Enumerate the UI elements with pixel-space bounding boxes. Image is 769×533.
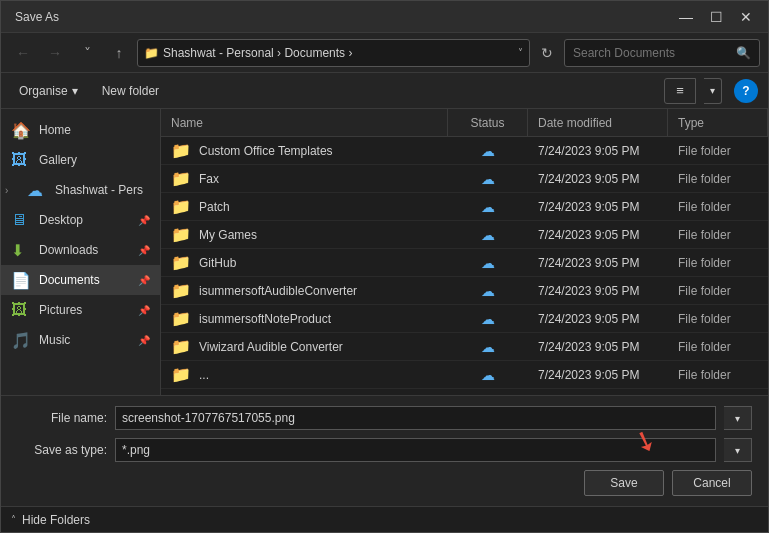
sidebar-item-home[interactable]: 🏠 Home xyxy=(1,115,160,145)
table-row[interactable]: 📁 isummersoftAudibleConverter ☁ 7/24/202… xyxy=(161,277,768,305)
file-list-scroll[interactable]: 📁 Custom Office Templates ☁ 7/24/2023 9:… xyxy=(161,137,768,395)
folder-icon: 📁 xyxy=(171,141,191,160)
cloud-sync-icon: ☁ xyxy=(481,171,495,187)
col-header-name[interactable]: Name xyxy=(161,109,448,136)
file-cell-status: ☁ xyxy=(448,171,528,187)
file-list-header: Name Status Date modified Type xyxy=(161,109,768,137)
sidebar: 🏠 Home 🖼 Gallery › ☁ Shashwat - Pers 🖥 D… xyxy=(1,109,161,395)
title-bar: Save As — ☐ ✕ xyxy=(1,1,768,33)
cloud-sync-icon: ☁ xyxy=(481,143,495,159)
sidebar-item-shashwat[interactable]: › ☁ Shashwat - Pers xyxy=(1,175,160,205)
search-box[interactable]: 🔍 xyxy=(564,39,760,67)
sidebar-item-documents[interactable]: 📄 Documents 📌 xyxy=(1,265,160,295)
file-cell-date: 7/24/2023 9:05 PM xyxy=(528,144,668,158)
view-dropdown-button[interactable]: ▾ xyxy=(704,78,722,104)
file-name-dropdown-button[interactable]: ▾ xyxy=(724,406,752,430)
file-cell-type: File folder xyxy=(668,172,768,186)
table-row[interactable]: 📁 Fax ☁ 7/24/2023 9:05 PM File folder xyxy=(161,165,768,193)
save-button[interactable]: Save xyxy=(584,470,664,496)
forward-button[interactable]: → xyxy=(41,39,69,67)
close-button[interactable]: ✕ xyxy=(732,7,760,27)
file-cell-type: File folder xyxy=(668,340,768,354)
help-button[interactable]: ? xyxy=(734,79,758,103)
file-name-input[interactable] xyxy=(115,406,716,430)
sidebar-item-music[interactable]: 🎵 Music 📌 xyxy=(1,325,160,355)
file-cell-name: 📁 My Games xyxy=(161,225,448,244)
cancel-button[interactable]: Cancel xyxy=(672,470,752,496)
pin-icon-music: 📌 xyxy=(138,335,150,346)
sidebar-item-home-label: Home xyxy=(39,123,71,137)
folder-icon: 📁 xyxy=(171,225,191,244)
table-row[interactable]: 📁 Custom Office Templates ☁ 7/24/2023 9:… xyxy=(161,137,768,165)
sidebar-item-music-label: Music xyxy=(39,333,70,347)
sidebar-item-desktop[interactable]: 🖥 Desktop 📌 xyxy=(1,205,160,235)
cloud-sync-icon: ☁ xyxy=(481,199,495,215)
view-button[interactable]: ≡ xyxy=(664,78,696,104)
sidebar-item-pictures[interactable]: 🖼 Pictures 📌 xyxy=(1,295,160,325)
back-button[interactable]: ← xyxy=(9,39,37,67)
cloud-sync-icon: ☁ xyxy=(481,311,495,327)
downloads-icon: ⬇ xyxy=(11,241,31,260)
maximize-button[interactable]: ☐ xyxy=(702,7,730,27)
file-name-row: File name: ▾ xyxy=(17,406,752,430)
table-row[interactable]: 📁 isummersoftNoteProduct ☁ 7/24/2023 9:0… xyxy=(161,305,768,333)
hide-folders-label: Hide Folders xyxy=(22,513,90,527)
refresh-button[interactable]: ↻ xyxy=(534,40,560,66)
save-as-type-row: Save as type: ▾ xyxy=(17,438,752,462)
file-cell-name: 📁 ... xyxy=(161,365,448,384)
hide-folders-bar[interactable]: ˄ Hide Folders xyxy=(1,506,768,532)
address-chevron-icon: ˅ xyxy=(518,47,523,58)
file-cell-status: ☁ xyxy=(448,311,528,327)
sidebar-item-downloads[interactable]: ⬇ Downloads 📌 xyxy=(1,235,160,265)
organize-arrow-icon: ▾ xyxy=(72,84,78,98)
search-input[interactable] xyxy=(573,46,730,60)
music-icon: 🎵 xyxy=(11,331,31,350)
file-cell-date: 7/24/2023 9:05 PM xyxy=(528,284,668,298)
table-row[interactable]: 📁 GitHub ☁ 7/24/2023 9:05 PM File folder xyxy=(161,249,768,277)
file-cell-status: ☁ xyxy=(448,199,528,215)
save-as-type-dropdown-button[interactable]: ▾ xyxy=(724,438,752,462)
sidebar-item-pictures-label: Pictures xyxy=(39,303,82,317)
organize-button[interactable]: Organise ▾ xyxy=(11,78,86,104)
organize-label: Organise xyxy=(19,84,68,98)
save-as-type-input[interactable] xyxy=(115,438,716,462)
folder-icon: 📁 xyxy=(171,337,191,356)
dialog-title: Save As xyxy=(15,10,59,24)
file-cell-date: 7/24/2023 9:05 PM xyxy=(528,172,668,186)
cloud-sync-icon: ☁ xyxy=(481,283,495,299)
file-cell-status: ☁ xyxy=(448,283,528,299)
new-folder-button[interactable]: New folder xyxy=(94,78,167,104)
file-cell-name: 📁 isummersoftAudibleConverter xyxy=(161,281,448,300)
file-cell-status: ☁ xyxy=(448,143,528,159)
cloud-sync-icon: ☁ xyxy=(481,367,495,383)
file-cell-date: 7/24/2023 9:05 PM xyxy=(528,228,668,242)
file-cell-type: File folder xyxy=(668,228,768,242)
window-controls: — ☐ ✕ xyxy=(672,7,760,27)
up-button[interactable]: ↑ xyxy=(105,39,133,67)
file-cell-date: 7/24/2023 9:05 PM xyxy=(528,312,668,326)
file-cell-name: 📁 isummersoftNoteProduct xyxy=(161,309,448,328)
table-row[interactable]: 📁 ... ☁ 7/24/2023 9:05 PM File folder xyxy=(161,361,768,389)
file-name-label: File name: xyxy=(17,411,107,425)
col-header-date[interactable]: Date modified xyxy=(528,109,668,136)
pin-icon-pics: 📌 xyxy=(138,305,150,316)
documents-icon: 📄 xyxy=(11,271,31,290)
col-header-type[interactable]: Type xyxy=(668,109,768,136)
nav-bar: ← → ˅ ↑ 📁 Shashwat - Personal › Document… xyxy=(1,33,768,73)
file-cell-name: 📁 Viwizard Audible Converter xyxy=(161,337,448,356)
minimize-button[interactable]: — xyxy=(672,7,700,27)
table-row[interactable]: 📁 Viwizard Audible Converter ☁ 7/24/2023… xyxy=(161,333,768,361)
address-bar[interactable]: 📁 Shashwat - Personal › Documents › ˅ xyxy=(137,39,530,67)
address-path: Shashwat - Personal › Documents › xyxy=(163,46,514,60)
cloud-folder-icon: ☁ xyxy=(27,181,47,200)
hide-folders-arrow-icon: ˄ xyxy=(11,514,16,525)
table-row[interactable]: 📁 Patch ☁ 7/24/2023 9:05 PM File folder xyxy=(161,193,768,221)
toolbar: Organise ▾ New folder ≡ ▾ ? xyxy=(1,73,768,109)
col-header-status[interactable]: Status xyxy=(448,109,528,136)
table-row[interactable]: 📁 My Games ☁ 7/24/2023 9:05 PM File fold… xyxy=(161,221,768,249)
dropdown-button[interactable]: ˅ xyxy=(73,39,101,67)
file-cell-name: 📁 Fax xyxy=(161,169,448,188)
sidebar-item-gallery[interactable]: 🖼 Gallery xyxy=(1,145,160,175)
file-cell-type: File folder xyxy=(668,256,768,270)
save-as-type-label: Save as type: xyxy=(17,443,107,457)
